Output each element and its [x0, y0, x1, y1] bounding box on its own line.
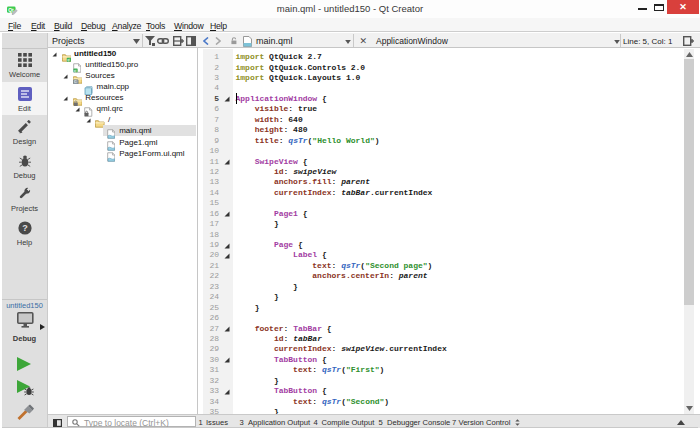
svg-text:?: ?	[22, 223, 28, 233]
svg-text:qt: qt	[67, 58, 70, 62]
